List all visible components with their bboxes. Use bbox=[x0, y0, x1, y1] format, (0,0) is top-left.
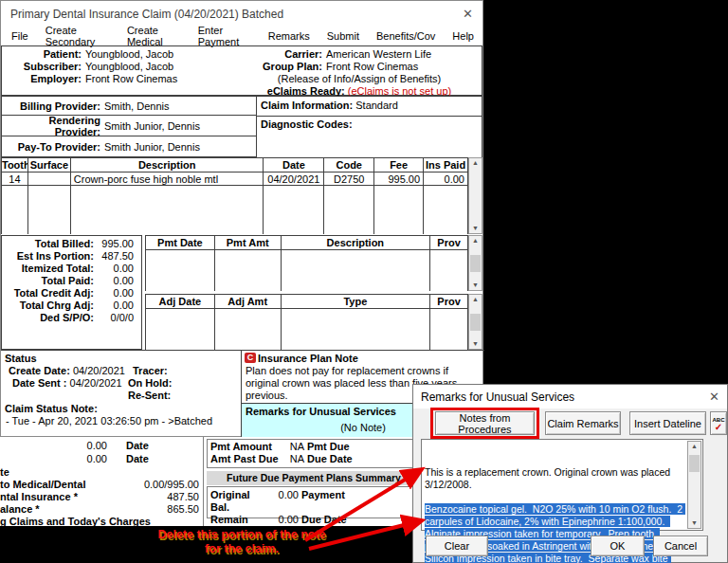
carrier-value: American Western Life bbox=[322, 48, 431, 61]
ledger-cut-label: te bbox=[0, 466, 9, 478]
cancel-button[interactable]: Cancel bbox=[653, 536, 708, 556]
col-ins-paid: Ins Paid bbox=[424, 158, 468, 173]
rendering-provider-label: Rendering Provider: bbox=[2, 115, 100, 137]
patient-value: Youngblood, Jacob bbox=[82, 48, 173, 61]
col-adj-amt: Adj Amt bbox=[215, 295, 282, 309]
col-adj-type: Type bbox=[282, 295, 431, 309]
col-tooth: Tooth bbox=[2, 158, 28, 173]
amt-past-due-value: NA bbox=[287, 453, 304, 465]
group-plan-value: Front Row Cinemas bbox=[322, 61, 418, 73]
ded-spo-value: 0/0/0 bbox=[94, 312, 141, 324]
date-sent-label: Date Sent : bbox=[12, 377, 66, 389]
menu-benefits-cov[interactable]: Benefits/Cov bbox=[368, 30, 444, 42]
menu-create-medical[interactable]: Create Medical bbox=[118, 25, 190, 47]
remarks-text-area[interactable]: This is a replacement crown. Original cr… bbox=[421, 439, 703, 531]
plan-note-icon[interactable]: C bbox=[245, 353, 256, 363]
total-paid-label: Total Paid: bbox=[2, 275, 94, 287]
spellcheck-button[interactable]: ABC ✓ bbox=[710, 411, 727, 435]
pmt-due-label: Pmt Due bbox=[304, 441, 420, 453]
on-hold-label: On Hold: bbox=[128, 377, 172, 389]
patient-info-right: Carrier:American Western Life Group Plan… bbox=[239, 48, 480, 95]
col-pmt-date: Pmt Date bbox=[146, 236, 215, 250]
patient-label: Patient: bbox=[2, 48, 82, 61]
payments-table: Pmt Date Pmt Amt Description Prov bbox=[145, 235, 468, 291]
remarks-section-title: Remarks for Unusual Services bbox=[246, 406, 396, 417]
original-bal-label: Original Bal. bbox=[208, 489, 268, 514]
total-credit-adj-value: 0.00 bbox=[94, 287, 141, 300]
menu-help[interactable]: Help bbox=[444, 30, 482, 42]
ledger-cut-value: 865.50 bbox=[123, 503, 199, 515]
col-description: Description bbox=[71, 158, 264, 173]
annotation-text: Delete this portion of the note for the … bbox=[151, 528, 333, 556]
menu-create-secondary[interactable]: Create Secondary bbox=[37, 25, 118, 47]
diagnostic-codes-label: Diagnostic Codes: bbox=[261, 118, 353, 130]
col-fee: Fee bbox=[374, 158, 424, 173]
menu-submit[interactable]: Submit bbox=[318, 30, 368, 42]
ledger-date-label: Date bbox=[126, 440, 149, 451]
adjustments-table: Adj Date Adj Amt Type Prov bbox=[145, 294, 468, 350]
menu-enter-payment[interactable]: Enter Payment bbox=[190, 25, 260, 47]
total-credit-adj-label: Total Credit Adj: bbox=[2, 287, 94, 300]
payment-label: Payment bbox=[299, 489, 420, 514]
col-adj-prov: Prov bbox=[430, 295, 468, 309]
procedure-table-scrollbar[interactable]: ▲ ▼ bbox=[468, 157, 482, 234]
original-bal-value: 0.00 bbox=[268, 489, 299, 514]
note-scrollbar[interactable]: ▲ ▼ bbox=[687, 441, 701, 529]
menu-remarks[interactable]: Remarks bbox=[260, 30, 318, 42]
cell-tooth: 14 bbox=[2, 173, 28, 186]
scroll-down-icon[interactable]: ▼ bbox=[691, 518, 698, 528]
col-pmt-description: Description bbox=[282, 236, 431, 250]
release-of-info-line: (Release of Info/Assign of Benefits) bbox=[239, 73, 480, 85]
col-adj-date: Adj Date bbox=[146, 295, 215, 309]
menu-file[interactable]: File bbox=[3, 30, 37, 42]
payment-plan-box: Pmt Amount NA Pmt Due Amt Past Due NA Du… bbox=[207, 439, 421, 468]
scroll-down-icon[interactable]: ▼ bbox=[472, 339, 479, 349]
ledger-cut-value: 487.50 bbox=[123, 491, 199, 502]
clear-button[interactable]: Clear bbox=[426, 536, 488, 556]
totals-panel: Total Billed:995.00 Est Ins Portion:487.… bbox=[1, 235, 142, 350]
subscriber-value: Youngblood, Jacob bbox=[82, 61, 173, 73]
scroll-up-icon[interactable]: ▲ bbox=[472, 236, 479, 245]
status-panel: Status Create Date: 04/20/2021 Tracer: D… bbox=[1, 350, 242, 438]
ledger-date-label: Date bbox=[126, 453, 149, 464]
date-sent-value: 04/20/2021 bbox=[70, 377, 122, 389]
claim-information-value: Standard bbox=[355, 100, 398, 111]
itemized-total-value: 0.00 bbox=[94, 263, 141, 275]
close-icon[interactable]: ✕ bbox=[463, 7, 473, 21]
scroll-up-icon[interactable]: ▲ bbox=[691, 442, 698, 451]
dialog-close-icon[interactable]: ✕ bbox=[709, 390, 719, 404]
total-chrg-adj-label: Total Chrg Adj: bbox=[2, 300, 94, 312]
scrollbar-thumb[interactable] bbox=[470, 314, 481, 331]
procedure-row[interactable]: 14 Crown-porc fuse high noble mtl 04/20/… bbox=[2, 173, 468, 186]
dialog-titlebar: Remarks for Unusual Services ✕ bbox=[413, 385, 727, 409]
pmt-amount-label: Pmt Amount bbox=[208, 441, 287, 453]
scrollbar-thumb[interactable] bbox=[689, 455, 700, 472]
scroll-up-icon[interactable]: ▲ bbox=[472, 158, 479, 168]
payto-provider-row: Pay-To Provider:Smith Junior, Dennis bbox=[1, 136, 257, 157]
adjustments-scrollbar[interactable]: ▲ ▼ bbox=[468, 294, 482, 350]
est-ins-portion-value: 487.50 bbox=[94, 250, 141, 263]
total-paid-value: 0.00 bbox=[94, 275, 141, 287]
annotation-line-1: Delete this portion of the note bbox=[151, 528, 333, 542]
rendering-provider-row: Rendering Provider:Smith Junior, Dennis bbox=[1, 116, 257, 136]
payments-scrollbar[interactable]: ▲ ▼ bbox=[468, 235, 482, 291]
scrollbar-thumb[interactable] bbox=[470, 255, 481, 272]
cell-code: D2750 bbox=[324, 173, 374, 186]
dialog-title: Remarks for Unusual Services bbox=[421, 390, 574, 404]
ok-button[interactable]: OK bbox=[591, 536, 645, 556]
status-title: Status bbox=[5, 353, 37, 364]
insert-dateline-button[interactable]: Insert Dateline bbox=[629, 411, 706, 435]
scroll-up-icon[interactable]: ▲ bbox=[472, 295, 479, 304]
scroll-down-icon[interactable]: ▼ bbox=[472, 224, 479, 233]
claim-remarks-button[interactable]: Claim Remarks bbox=[545, 411, 621, 435]
ledger-cut-label: to Medical/Dental bbox=[0, 479, 85, 490]
payto-provider-value: Smith Junior, Dennis bbox=[100, 141, 200, 153]
procedure-table-empty-area bbox=[2, 186, 468, 234]
menu-bar: File Create Secondary Create Medical Ent… bbox=[1, 27, 482, 45]
claim-information-label: Claim Information: bbox=[261, 100, 353, 111]
employer-label: Employer: bbox=[2, 73, 82, 85]
scroll-down-icon[interactable]: ▼ bbox=[472, 281, 479, 290]
remarks-dialog: Remarks for Unusual Services ✕ Notes fro… bbox=[412, 384, 728, 563]
group-plan-label: Group Plan: bbox=[239, 61, 322, 73]
ledger-cut-label: alance * bbox=[0, 503, 40, 515]
